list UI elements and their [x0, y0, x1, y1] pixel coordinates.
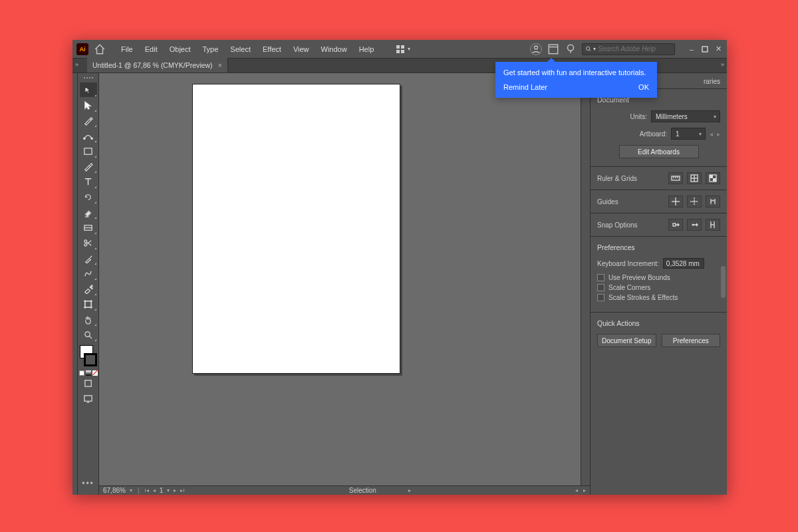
- keyboard-increment-field[interactable]: 0,3528 mm: [663, 258, 704, 269]
- workspace-body: ••• 67,86% ▾ | I◂ ◂ 1 ▾: [72, 73, 727, 495]
- menu-window[interactable]: Window: [315, 43, 353, 56]
- next-page-icon[interactable]: ▸: [174, 487, 176, 493]
- prev-page-icon[interactable]: ◂: [153, 487, 156, 493]
- smart-guides-icon[interactable]: [706, 196, 720, 207]
- paintbrush-tool[interactable]: [80, 159, 97, 174]
- chevron-right-icon[interactable]: ▸: [408, 487, 411, 493]
- chevron-right-icon[interactable]: »: [721, 61, 724, 68]
- snap-to-pixel-icon[interactable]: [668, 219, 683, 231]
- guides-lock-icon[interactable]: [687, 196, 702, 207]
- scissors-tool[interactable]: [80, 235, 97, 250]
- canvas-viewport[interactable]: [99, 73, 581, 485]
- use-preview-bounds-checkbox[interactable]: Use Preview Bounds: [597, 274, 720, 281]
- panel-scrollbar-thumb[interactable]: [721, 266, 726, 298]
- account-avatar-icon[interactable]: [530, 43, 542, 55]
- fill-stroke-swatch[interactable]: [80, 345, 97, 366]
- zoom-readout[interactable]: 67,86%: [103, 487, 126, 494]
- svg-point-24: [91, 287, 92, 289]
- document-tab-title: Untitled-1 @ 67,86 % (CMYK/Preview): [92, 61, 212, 69]
- help-search[interactable]: ▾: [582, 43, 675, 55]
- snap-to-point-icon[interactable]: [687, 219, 702, 231]
- artboard-navigator[interactable]: I◂ ◂ 1 ▾ ▸ ▸I: [145, 487, 185, 494]
- document-tab[interactable]: Untitled-1 @ 67,86 % (CMYK/Preview) ×: [87, 58, 228, 72]
- transparency-grid-icon[interactable]: [706, 172, 720, 184]
- zoom-tool[interactable]: [80, 327, 97, 342]
- document-setup-button[interactable]: Document Setup: [597, 334, 656, 347]
- artboard-tool[interactable]: [80, 297, 97, 311]
- section-label: Snap Options: [597, 221, 638, 229]
- pen-tool[interactable]: [80, 113, 97, 128]
- svg-point-23: [91, 285, 92, 286]
- screen-mode[interactable]: [80, 391, 97, 406]
- edit-artboards-button[interactable]: Edit Artboards: [619, 145, 699, 158]
- menu-object[interactable]: Object: [164, 43, 197, 56]
- direct-selection-tool[interactable]: [80, 98, 97, 112]
- menu-items: FileEditObjectTypeSelectEffectViewWindow…: [115, 43, 380, 56]
- scale-corners-checkbox[interactable]: Scale Corners: [597, 284, 720, 291]
- color-mode-solid[interactable]: [79, 370, 84, 376]
- menu-edit[interactable]: Edit: [139, 43, 164, 56]
- rotate-tool[interactable]: [80, 190, 97, 204]
- first-page-icon[interactable]: I◂: [145, 487, 149, 493]
- toolbox: •••: [78, 73, 99, 495]
- tooltip-ok-button[interactable]: OK: [638, 83, 649, 91]
- units-select[interactable]: Millimeters: [651, 110, 720, 122]
- scale-strokes-checkbox[interactable]: Scale Strokes & Effects: [597, 294, 720, 301]
- snap-to-grid-icon[interactable]: [706, 219, 720, 231]
- menu-select[interactable]: Select: [224, 43, 257, 56]
- stroke-swatch[interactable]: [84, 353, 97, 366]
- svg-rect-3: [401, 50, 404, 53]
- menu-help[interactable]: Help: [353, 43, 380, 56]
- color-mode-gradient[interactable]: [86, 370, 91, 376]
- search-icon: [585, 45, 591, 53]
- canvas-area: 67,86% ▾ | I◂ ◂ 1 ▾ ▸ ▸I Selection ▸ ◂ ▸: [99, 73, 590, 495]
- hand-tool[interactable]: [80, 312, 97, 327]
- help-search-input[interactable]: [598, 45, 672, 53]
- remind-later-button[interactable]: Remind Later: [503, 83, 547, 91]
- artboard-select[interactable]: 1: [671, 128, 706, 140]
- prev-artboard-icon[interactable]: ◂: [710, 130, 713, 138]
- learn-tips-icon[interactable]: [565, 43, 577, 55]
- preferences-button[interactable]: Preferences: [662, 334, 721, 347]
- panel-grip-icon[interactable]: [84, 77, 93, 78]
- rectangle-tool[interactable]: [80, 144, 97, 158]
- type-tool[interactable]: [80, 174, 97, 189]
- guides-show-icon[interactable]: [668, 196, 683, 207]
- next-artboard-icon[interactable]: ▸: [717, 130, 720, 138]
- menu-file[interactable]: File: [115, 43, 139, 56]
- chevron-down-icon[interactable]: ▾: [167, 487, 170, 493]
- gradient-tool[interactable]: [80, 220, 97, 235]
- svg-point-4: [535, 46, 538, 49]
- last-page-icon[interactable]: ▸I: [180, 487, 184, 493]
- arrange-documents-icon[interactable]: [547, 43, 559, 55]
- menu-view[interactable]: View: [287, 43, 315, 56]
- eraser-tool[interactable]: [80, 205, 97, 219]
- panel-tab-libraries[interactable]: raries: [697, 74, 727, 88]
- vertical-scrollbar[interactable]: [581, 73, 590, 485]
- color-mode-none[interactable]: [92, 370, 98, 376]
- window-restore-icon[interactable]: [700, 45, 710, 54]
- curvature-tool[interactable]: [80, 128, 97, 143]
- window-close-icon[interactable]: ✕: [714, 45, 723, 54]
- eyedropper-tool[interactable]: [80, 251, 97, 265]
- menu-effect[interactable]: Effect: [257, 43, 287, 56]
- draw-mode-normal[interactable]: [80, 376, 97, 390]
- artboard[interactable]: [192, 84, 400, 374]
- scroll-right-icon[interactable]: ▸: [583, 487, 586, 493]
- workspace-switcher[interactable]: ▾: [392, 43, 414, 55]
- selection-tool[interactable]: [80, 82, 97, 97]
- tab-close-icon[interactable]: ×: [217, 61, 221, 69]
- page-readout: 1: [160, 487, 164, 494]
- home-icon[interactable]: [94, 43, 106, 55]
- grid-toggle-icon[interactable]: [687, 172, 702, 184]
- toolbox-more-icon[interactable]: •••: [78, 475, 98, 495]
- window-minimize-icon[interactable]: –: [687, 45, 696, 54]
- ruler-toggle-icon[interactable]: [668, 172, 683, 184]
- blend-tool[interactable]: [80, 266, 97, 281]
- scroll-left-icon[interactable]: ◂: [575, 487, 578, 493]
- symbol-sprayer-tool[interactable]: [80, 281, 97, 296]
- chevron-right-icon[interactable]: »: [75, 61, 78, 68]
- chevron-down-icon[interactable]: ▾: [130, 487, 132, 493]
- units-label: Units:: [630, 113, 647, 120]
- menu-type[interactable]: Type: [197, 43, 225, 56]
